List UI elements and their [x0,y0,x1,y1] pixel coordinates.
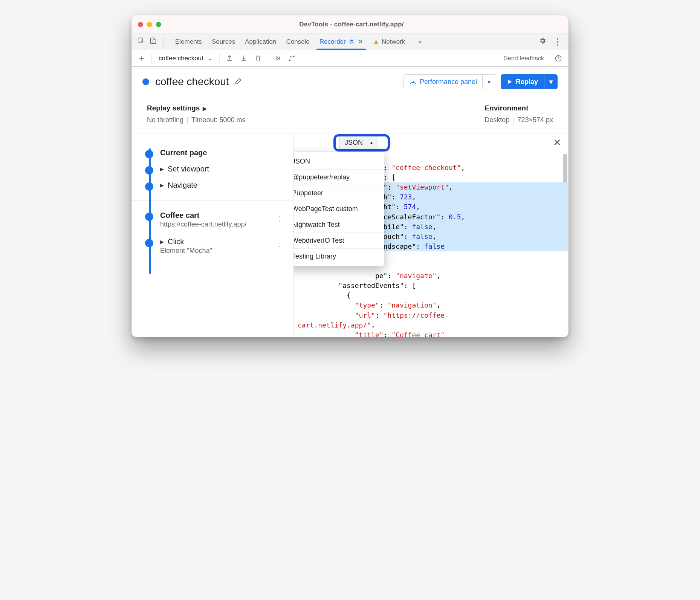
format-option-label: @puppeteer/replay [294,173,350,181]
replay-button-label: Replay [516,78,538,86]
steps-code-split: Current page ▶Set viewport ▶Navigate Cof… [132,133,568,337]
zoom-window-button[interactable] [156,22,161,27]
step-label: Click [168,237,184,246]
step-over-icon[interactable] [273,53,283,64]
window-titlebar: DevTools - coffee-cart.netlify.app/ [132,15,568,34]
devtools-window: DevTools - coffee-cart.netlify.app/ Elem… [131,15,569,337]
step-label: Navigate [168,181,197,190]
performance-panel-button[interactable]: Performance panel ▾ [403,74,496,89]
performance-panel-label: Performance panel [420,78,477,86]
format-option-label: Puppeteer [294,189,323,197]
step-dot [145,239,153,247]
format-option-webdriverio[interactable]: WebdriverIO Test [294,233,384,248]
step-menu-icon[interactable]: ⋮ [276,242,284,251]
caret-right-icon: ▶ [160,182,164,188]
minimize-window-button[interactable] [147,22,152,27]
tab-console[interactable]: Console [281,34,314,49]
delete-icon[interactable] [253,53,263,64]
svg-point-3 [289,60,290,61]
settings-gear-icon[interactable] [539,37,546,46]
export-icon[interactable] [224,53,235,64]
timeout-value: Timeout: 5000 ms [191,116,245,124]
performance-panel-chevron[interactable]: ▾ [482,75,496,89]
recorder-toolbar: coffee checkout ⌄ Send feedback [132,50,568,67]
tab-network-label: Network [382,38,405,45]
step-group-title: Current page [160,148,207,157]
close-code-icon[interactable]: ✕ [550,135,564,150]
format-option-webpagetest[interactable]: WebPageTest custom [294,201,384,217]
tab-network[interactable]: ▲Network [368,34,410,49]
step-group-url: https://coffee-cart.netlify.app/ [160,220,286,228]
warning-icon: ▲ [373,38,379,45]
tab-elements[interactable]: Elements [171,34,206,49]
svg-point-5 [558,60,559,60]
format-option-label: JSON [294,158,310,165]
throttling-value: No throttling [147,116,183,124]
help-icon[interactable] [553,53,564,64]
environment-heading: Environment [484,104,553,112]
window-title: DevTools - coffee-cart.netlify.app/ [167,21,536,28]
caret-right-icon: ▶ [160,239,164,245]
tabs-overflow-button[interactable]: » [413,34,426,49]
recording-title: coffee checkout [155,76,229,88]
step-group-coffee-cart[interactable]: Coffee cart https://coffee-cart.netlify.… [145,207,286,230]
tab-recorder-label: Recorder [319,38,346,45]
step-set-viewport[interactable]: ▶Set viewport [145,161,286,177]
recording-selector[interactable]: coffee checkout ⌄ [156,54,215,62]
recording-header: coffee checkout Performance panel ▾ Repl… [132,67,568,97]
step-dot [145,150,153,158]
step-menu-icon[interactable]: ⋮ [276,214,284,223]
close-tab-icon[interactable]: ✕ [358,38,363,45]
step-navigate[interactable]: ▶Navigate [145,177,286,193]
send-feedback-link[interactable]: Send feedback [504,55,544,62]
format-option-label: Nightwatch Test [294,221,340,229]
replay-button-chevron[interactable]: ▾ [544,74,558,89]
caret-up-icon: ▴ [370,140,373,145]
format-select-value: JSON [345,139,363,147]
tab-recorder[interactable]: Recorder ⚗ ✕ [315,34,367,49]
tab-sources[interactable]: Sources [207,34,240,49]
replay-settings-toggle[interactable]: Replay settings ▶ [147,104,245,112]
replay-button[interactable]: Replay ▾ [501,74,558,89]
step-label: Set viewport [168,165,209,173]
steps-pane: Current page ▶Set viewport ▶Navigate Cof… [132,133,294,337]
recording-status-dot [142,78,149,85]
step-icon[interactable] [287,53,298,64]
format-select[interactable]: JSON ▴ [339,136,378,149]
experimental-icon: ⚗ [349,38,354,45]
step-dot [145,182,153,191]
tab-application[interactable]: Application [240,34,281,49]
step-click[interactable]: ▶Click Element "Mocha" ⋮ [145,234,286,259]
svg-point-6 [413,82,414,83]
recording-selector-label: coffee checkout [159,55,203,62]
environment-device: Desktop [484,116,509,124]
step-dot [145,213,153,221]
environment-viewport: 723×574 px [517,116,553,124]
devtools-tabstrip: Elements Sources Application Console Rec… [132,34,568,50]
device-toggle-icon[interactable] [149,37,157,46]
format-option-label: Testing Library [294,253,336,260]
format-option-label: WebPageTest custom [294,205,358,213]
step-group-current-page[interactable]: Current page [145,145,286,161]
step-dot [145,166,153,174]
step-group-title: Coffee cart [160,211,199,220]
format-option-testing-library[interactable]: Testing Library [294,248,384,264]
new-recording-icon[interactable] [136,53,147,64]
format-option-puppeteer[interactable]: Puppeteer [294,185,384,201]
step-sublabel: Element "Mocha" [160,247,286,255]
code-pane: JSON ▴ ✕ ✓JSON @puppeteer/replay Puppete… [294,133,568,337]
edit-title-icon[interactable] [234,77,243,87]
inspect-element-icon[interactable] [137,37,145,46]
settings-row: Replay settings ▶ No throttling Timeout:… [132,97,568,133]
svg-rect-2 [153,40,156,44]
format-option-json[interactable]: ✓JSON [294,153,384,169]
caret-right-icon: ▶ [201,106,207,112]
close-window-button[interactable] [138,22,143,27]
format-menu: ✓JSON @puppeteer/replay Puppeteer WebPag… [294,152,384,266]
caret-right-icon: ▶ [160,166,164,172]
format-option-nightwatch[interactable]: Nightwatch Test [294,217,384,233]
chevron-down-icon: ⌄ [207,54,212,62]
format-option-puppeteer-replay[interactable]: @puppeteer/replay [294,169,384,185]
format-option-label: WebdriverIO Test [294,237,344,245]
import-icon[interactable] [238,53,249,64]
